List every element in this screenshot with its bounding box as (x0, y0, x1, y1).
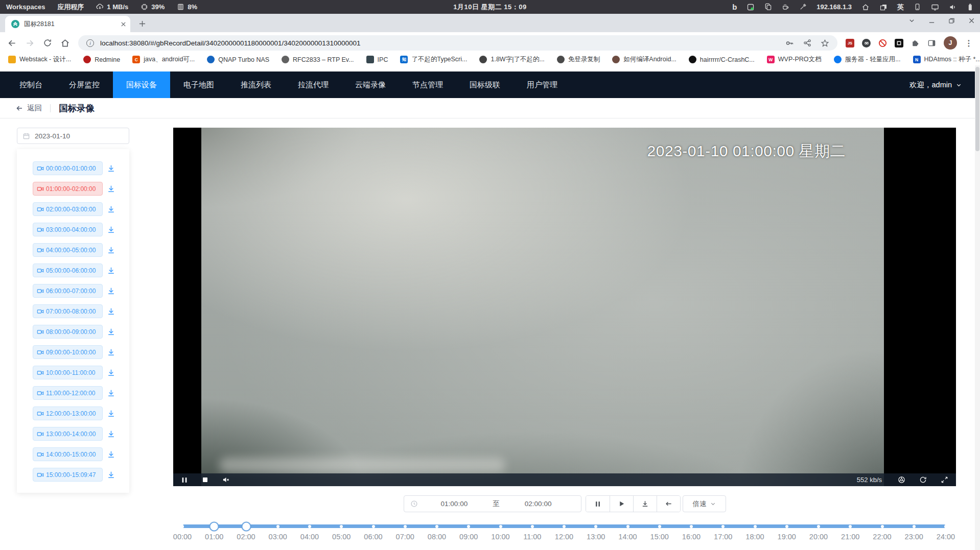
bookmark-item[interactable]: hairrrrr/C-CrashC... (689, 56, 755, 63)
download-slot-button[interactable] (107, 368, 115, 377)
nav-tab[interactable]: 分屏监控 (56, 71, 113, 98)
nav-tab[interactable]: 云端录像 (342, 71, 399, 98)
pause-playback-button[interactable] (586, 496, 610, 512)
share-icon[interactable] (803, 39, 811, 47)
volume-icon[interactable] (949, 3, 957, 11)
video-player[interactable]: 2023-01-10 01:00:00 星期二 552 kb/s (173, 128, 956, 486)
tab-close-icon[interactable] (121, 21, 126, 27)
nav-tab[interactable]: 节点管理 (399, 71, 456, 98)
snapshot-button[interactable] (898, 476, 905, 484)
address-bar[interactable]: i localhost:38080/#/gbRecordDetail/34020… (78, 35, 837, 51)
bookmark-item[interactable]: QNAP Turbo NAS (207, 56, 269, 63)
blocker-extension-icon[interactable] (878, 39, 887, 47)
fullscreen-button[interactable] (941, 476, 948, 484)
download-slot-button[interactable] (107, 409, 115, 418)
site-info-icon[interactable]: i (86, 39, 94, 47)
download-slot-button[interactable] (107, 286, 115, 295)
nav-tab[interactable]: 电子地图 (170, 71, 227, 98)
home-icon[interactable] (861, 3, 870, 11)
battery-icon[interactable] (967, 3, 974, 11)
window-close-icon[interactable] (968, 17, 975, 24)
recording-slot-button[interactable]: 08:00:00-09:00:00 (33, 325, 103, 339)
back-button[interactable]: 返回 (15, 103, 42, 113)
bookmark-item[interactable]: C java、android可... (132, 55, 195, 64)
workspaces-button[interactable]: Workspaces (6, 3, 45, 11)
recording-slot-button[interactable]: 04:00:00-05:00:00 (33, 243, 103, 257)
recording-slot-button[interactable]: 13:00:00-14:00:00 (33, 427, 103, 441)
timeline-start-handle[interactable] (209, 521, 219, 531)
browser-menu-icon[interactable]: ⋮ (965, 38, 973, 48)
download-slot-button[interactable] (107, 246, 115, 254)
recording-slot-button[interactable]: 03:00:00-04:00:00 (33, 223, 103, 236)
phone-link-icon[interactable] (914, 3, 921, 11)
welcome-admin-menu[interactable]: 欢迎，admin (909, 80, 962, 90)
player-stop-button[interactable] (202, 476, 208, 483)
download-slot-button[interactable] (107, 205, 115, 213)
play-button[interactable] (610, 496, 633, 512)
recording-slot-button[interactable]: 10:00:00-11:00:00 (33, 366, 103, 379)
download-slot-button[interactable] (107, 184, 115, 193)
nav-tab[interactable]: 国标级联 (456, 71, 514, 98)
recording-slot-button[interactable]: 15:00:00-15:09:47 (33, 468, 103, 482)
nav-tab[interactable]: 国标设备 (113, 71, 170, 98)
display-icon[interactable] (931, 3, 939, 11)
recording-slot-button[interactable]: 06:00:00-07:00:00 (33, 284, 103, 298)
download-slot-button[interactable] (107, 164, 115, 173)
square-extension-icon[interactable] (895, 39, 903, 47)
scrollbar-thumb[interactable] (975, 67, 979, 151)
range-start-value[interactable]: 01:00:00 (418, 500, 491, 508)
side-panel-icon[interactable] (927, 39, 936, 47)
download-slot-button[interactable] (107, 266, 115, 275)
time-range-input[interactable]: 01:00:00 至 02:00:00 (404, 495, 581, 512)
bookmark-item[interactable]: 如何编译Android... (612, 55, 676, 64)
download-slot-button[interactable] (107, 225, 115, 234)
password-key-icon[interactable] (785, 39, 794, 47)
recording-slot-button[interactable]: 02:00:00-03:00:00 (33, 202, 103, 216)
input-method-indicator[interactable]: 英 (897, 3, 904, 12)
bookmark-item[interactable]: 知 了不起的TypeScri... (400, 55, 467, 64)
url-text[interactable]: localhost:38080/#/gbRecordDetail/3402000… (100, 39, 779, 47)
range-end-value[interactable]: 02:00:00 (502, 500, 575, 508)
recording-slot-button[interactable]: 11:00:00-12:00:00 (33, 386, 103, 400)
coffee-caffeine-icon[interactable] (782, 3, 789, 11)
window-restore-icon[interactable] (948, 17, 955, 24)
bookmark-item[interactable]: Webstack - 设计... (8, 55, 71, 64)
clipboard-copy-icon[interactable] (764, 3, 772, 11)
notification-window-icon[interactable] (746, 3, 755, 11)
download-recording-button[interactable] (633, 496, 657, 512)
date-picker-input[interactable]: 2023-01-10 (17, 128, 129, 144)
download-slot-button[interactable] (107, 327, 115, 336)
seek-back-button[interactable] (657, 496, 680, 512)
player-pause-button[interactable] (181, 476, 188, 484)
bookmark-item[interactable]: 服务器 - 轻量应用... (834, 55, 901, 64)
nav-tab[interactable]: 拉流代理 (285, 71, 342, 98)
bookmark-item[interactable]: 免登录复制 (557, 55, 600, 64)
back-icon[interactable] (7, 38, 17, 48)
download-slot-button[interactable] (107, 348, 115, 356)
bookmark-item[interactable]: 1.8W字|了不起的... (479, 55, 544, 64)
download-slot-button[interactable] (107, 429, 115, 438)
bookmark-item[interactable]: Redmine (83, 56, 120, 63)
js-extension-icon[interactable]: JS (846, 39, 854, 47)
download-slot-button[interactable] (107, 307, 115, 316)
new-tab-button[interactable] (135, 17, 149, 30)
nav-tab[interactable]: 推流列表 (227, 71, 285, 98)
recording-slot-button[interactable]: 01:00:00-02:00:00 (33, 182, 103, 196)
bookmark-star-icon[interactable] (821, 39, 829, 47)
bookmark-item[interactable]: W WVP-PRO文档 (767, 55, 822, 64)
recording-slot-button[interactable]: 12:00:00-13:00:00 (33, 406, 103, 420)
browser-home-icon[interactable] (60, 38, 70, 48)
bookmark-item[interactable]: IPC (366, 56, 388, 63)
recording-slot-button[interactable]: 05:00:00-06:00:00 (33, 264, 103, 277)
color-picker-icon[interactable] (799, 3, 807, 11)
player-refresh-button[interactable] (919, 476, 927, 484)
profile-avatar[interactable]: J (944, 36, 957, 50)
window-minimize-icon[interactable] (928, 17, 935, 24)
recording-slot-button[interactable]: 14:00:00-15:00:00 (33, 447, 103, 461)
browser-tab[interactable]: 国标28181 (5, 16, 130, 32)
recording-slot-button[interactable]: 00:00:00-01:00:00 (33, 161, 103, 175)
nav-tab[interactable]: 用户管理 (514, 71, 571, 98)
bookmark-item[interactable]: RFC2833 – RTP Ev... (282, 56, 354, 63)
window-menu-chevron-icon[interactable] (908, 17, 915, 24)
recording-slot-button[interactable]: 09:00:00-10:00:00 (33, 345, 103, 359)
